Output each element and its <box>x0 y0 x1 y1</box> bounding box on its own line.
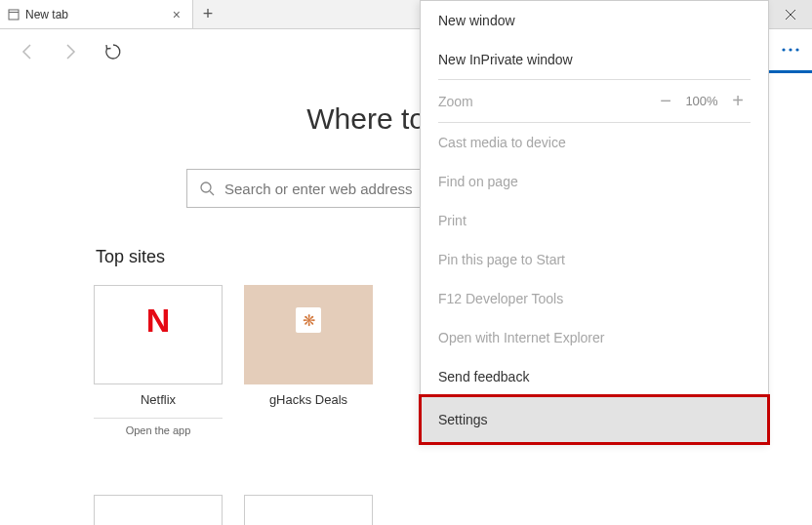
more-menu: New window New InPrivate window Zoom − 1… <box>420 0 769 444</box>
refresh-button[interactable] <box>102 40 125 63</box>
window-close-button[interactable] <box>768 0 812 28</box>
tab-page-icon <box>8 9 20 20</box>
tab-title: New tab <box>25 8 169 21</box>
new-tab-button[interactable]: + <box>193 0 223 28</box>
svg-point-7 <box>789 48 792 51</box>
menu-cast[interactable]: Cast media to device <box>421 123 768 162</box>
menu-pin[interactable]: Pin this page to Start <box>421 240 768 279</box>
browser-tab[interactable]: New tab × <box>0 0 193 28</box>
zoom-out-button[interactable]: − <box>653 90 678 112</box>
svg-point-9 <box>201 182 211 192</box>
zoom-in-button[interactable]: + <box>725 90 751 112</box>
forward-button[interactable] <box>59 40 82 63</box>
menu-find[interactable]: Find on page <box>421 162 768 201</box>
menu-open-ie[interactable]: Open with Internet Explorer <box>421 318 768 357</box>
tile-ghacks[interactable]: ❋ <box>244 285 373 384</box>
zoom-label: Zoom <box>438 94 653 109</box>
menu-devtools[interactable]: F12 Developer Tools <box>421 279 768 318</box>
tab-close-button[interactable]: × <box>169 7 184 22</box>
menu-print[interactable]: Print <box>421 201 768 240</box>
tile-empty[interactable] <box>94 495 223 525</box>
ghacks-icon: ❋ <box>290 302 327 339</box>
tile-label: gHacks Deals <box>244 392 373 407</box>
svg-point-8 <box>795 48 798 51</box>
tile-open-app[interactable]: Open the app <box>94 418 223 442</box>
search-icon <box>199 181 215 196</box>
zoom-value: 100% <box>678 94 725 108</box>
netflix-icon: N <box>140 302 177 339</box>
svg-line-10 <box>210 191 214 195</box>
menu-settings[interactable]: Settings <box>421 396 768 443</box>
tile-empty[interactable] <box>244 495 373 525</box>
tile-label: Netflix <box>94 392 223 407</box>
more-menu-button[interactable] <box>768 29 812 73</box>
menu-new-window[interactable]: New window <box>421 1 768 40</box>
menu-zoom-row: Zoom − 100% + <box>421 80 768 122</box>
menu-new-inprivate[interactable]: New InPrivate window <box>421 40 768 79</box>
svg-rect-0 <box>9 10 19 20</box>
svg-point-6 <box>782 48 785 51</box>
back-button[interactable] <box>16 40 39 63</box>
search-placeholder: Search or enter web address <box>224 181 413 197</box>
tile-netflix[interactable]: N <box>94 285 223 384</box>
menu-feedback[interactable]: Send feedback <box>421 357 768 396</box>
